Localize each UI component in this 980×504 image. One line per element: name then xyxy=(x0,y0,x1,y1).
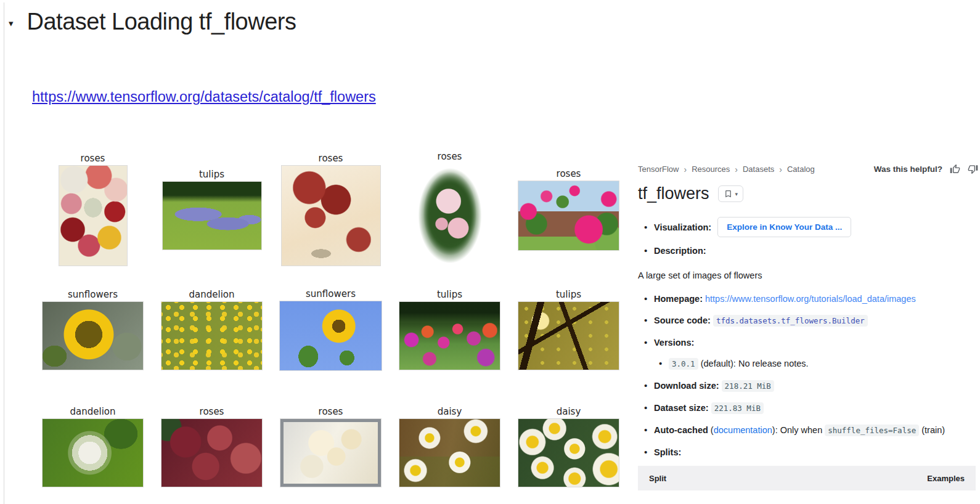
flower-image xyxy=(43,302,143,370)
version-code-chip: 3.0.1 xyxy=(669,358,698,370)
figure-cell: daisy xyxy=(390,400,509,493)
flower-image xyxy=(518,181,619,250)
page-title: Dataset Loading tf_flowers xyxy=(27,9,296,35)
figure-image-label: sunflowers xyxy=(68,290,118,300)
download-size-label: Download size: xyxy=(654,381,719,391)
breadcrumb-row: TensorFlow › Resources › Datasets › Cata… xyxy=(638,164,978,174)
chevron-right-icon: › xyxy=(735,165,738,174)
version-entry: 3.0.1 (default): No release notes. xyxy=(654,357,978,370)
versions-item: Versions: 3.0.1 (default): No release no… xyxy=(638,336,978,370)
figure-image-label: roses xyxy=(438,152,462,162)
visualization-item: Visualization: Explore in Know Your Data… xyxy=(638,217,978,237)
homepage-item: Homepage: https://www.tensorflow.org/tut… xyxy=(638,293,978,305)
splits-table-header: Split Examples xyxy=(638,466,976,490)
figure-image-label: roses xyxy=(319,407,343,417)
flower-image xyxy=(399,302,500,370)
figure-cell: dandelion xyxy=(33,400,152,493)
flower-image xyxy=(43,419,143,487)
dataset-properties-2: Homepage: https://www.tensorflow.org/tut… xyxy=(638,293,978,458)
collapse-triangle-icon[interactable]: ▾ xyxy=(9,18,14,28)
auto-cached-label: Auto-cached xyxy=(654,425,708,435)
dataset-size-label: Dataset size: xyxy=(654,403,709,413)
shuffle-files-chip: shuffle_files=False xyxy=(825,425,919,436)
flower-image xyxy=(518,302,619,370)
section-header: ▾ Dataset Loading tf_flowers xyxy=(9,9,296,35)
figure-image-label: sunflowers xyxy=(306,289,356,299)
homepage-label: Homepage: xyxy=(654,294,703,304)
splits-label: Splits: xyxy=(654,447,681,457)
description-label: Description: xyxy=(654,246,706,256)
source-code-chip[interactable]: tfds.datasets.tf_flowers.Builder xyxy=(713,315,868,327)
version-note: (default): No release notes. xyxy=(698,359,809,368)
figure-cell: roses xyxy=(33,145,152,274)
figure-cell: daisy xyxy=(509,400,628,493)
auto-cached-item: Auto-cached (documentation): Only when s… xyxy=(638,424,978,437)
figure-row-3: dandelion roses roses daisy daisy xyxy=(33,400,629,493)
bookmark-icon xyxy=(724,189,733,198)
breadcrumb: TensorFlow › Resources › Datasets › Cata… xyxy=(638,165,815,174)
caret-down-icon: ▾ xyxy=(735,191,738,197)
dataset-properties: Visualization: Explore in Know Your Data… xyxy=(638,217,978,257)
explore-kyd-button[interactable]: Explore in Know Your Data ... xyxy=(717,217,851,237)
versions-label: Versions: xyxy=(654,338,694,348)
chevron-right-icon: › xyxy=(684,165,687,174)
figure-image-label: daisy xyxy=(557,407,581,417)
auto-cached-tail: (train) xyxy=(919,425,945,435)
figure-image-label: roses xyxy=(557,169,581,179)
splits-item: Splits: xyxy=(638,446,978,458)
cell-border xyxy=(4,2,4,504)
homepage-link[interactable]: https://www.tensorflow.org/tutorials/loa… xyxy=(705,294,916,304)
breadcrumb-datasets[interactable]: Datasets xyxy=(743,165,774,174)
description-text: A large set of images of flowers xyxy=(638,269,978,282)
figure-cell: sunflowers xyxy=(271,283,390,376)
auto-cached-close: ): Only when xyxy=(772,425,825,435)
figure-cell: roses xyxy=(509,145,628,274)
figure-cell: roses xyxy=(271,400,390,493)
figure-cell: tulips xyxy=(152,145,271,274)
auto-cached-open: ( xyxy=(708,425,714,435)
page: ▾ Dataset Loading tf_flowers https://www… xyxy=(0,0,980,504)
figure-cell: roses xyxy=(390,145,509,274)
figure-cell: tulips xyxy=(509,283,628,376)
flower-image xyxy=(280,301,382,370)
examples-column-header: Examples xyxy=(927,474,965,483)
flower-image xyxy=(59,166,127,266)
flower-figure: roses tulips roses roses roses sunf xyxy=(33,145,629,493)
visualization-label: Visualization: xyxy=(654,221,711,234)
figure-cell: tulips xyxy=(390,283,509,376)
download-size-item: Download size: 218.21 MiB xyxy=(638,380,978,392)
breadcrumb-tensorflow[interactable]: TensorFlow xyxy=(638,165,679,174)
documentation-link[interactable]: documentation xyxy=(714,425,772,435)
figure-cell: dandelion xyxy=(152,283,271,376)
figure-image-label: roses xyxy=(200,407,224,417)
figure-cell: sunflowers xyxy=(33,283,152,376)
figure-image-label: tulips xyxy=(437,290,462,300)
source-code-item: Source code: tfds.datasets.tf_flowers.Bu… xyxy=(638,314,978,327)
download-size-value: 218.21 MiB xyxy=(722,380,774,392)
flower-image xyxy=(163,182,261,250)
figure-cell: roses xyxy=(271,145,390,274)
dataset-title: tf_flowers xyxy=(638,184,709,203)
flower-image xyxy=(161,419,262,487)
chevron-right-icon: › xyxy=(779,165,782,174)
split-column-header: Split xyxy=(649,474,666,483)
source-code-label: Source code: xyxy=(654,315,711,325)
catalog-url-link[interactable]: https://www.tensorflow.org/datasets/cata… xyxy=(32,89,376,105)
breadcrumb-resources[interactable]: Resources xyxy=(692,165,730,174)
figure-image-label: daisy xyxy=(438,407,462,417)
thumb-up-icon[interactable] xyxy=(950,164,960,174)
bookmark-button[interactable]: ▾ xyxy=(718,185,744,202)
breadcrumb-catalog[interactable]: Catalog xyxy=(787,165,815,174)
description-item: Description: xyxy=(638,245,978,257)
flower-image xyxy=(161,302,262,370)
flower-image xyxy=(415,164,484,267)
helpful-label: Was this helpful? xyxy=(874,165,942,174)
thumb-down-icon[interactable] xyxy=(968,164,978,174)
flower-image xyxy=(282,166,380,266)
flower-image xyxy=(399,419,500,487)
dataset-size-value: 221.83 MiB xyxy=(711,402,764,414)
link-row: https://www.tensorflow.org/datasets/cata… xyxy=(32,89,376,105)
flower-image xyxy=(280,419,381,487)
figure-image-label: dandelion xyxy=(70,407,116,417)
dataset-title-row: tf_flowers ▾ xyxy=(638,184,978,203)
